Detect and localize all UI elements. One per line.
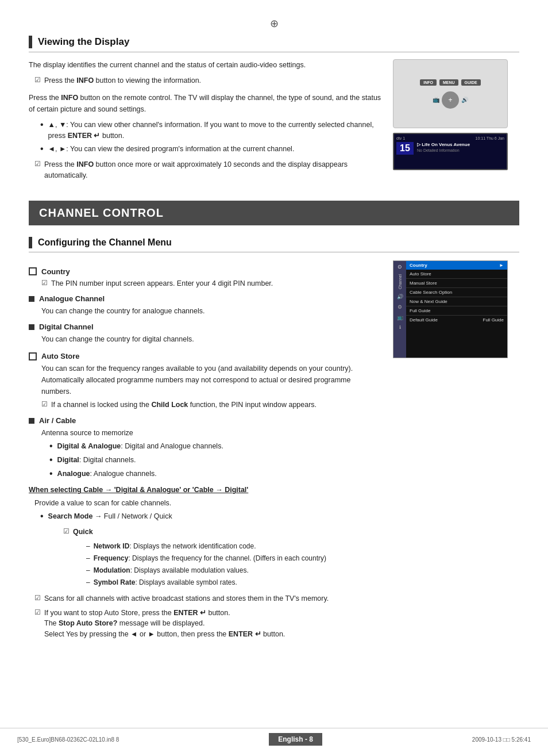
bullet-dot-1: • — [40, 120, 44, 129]
viewing-display-heading: Viewing the Display — [29, 36, 519, 52]
menu-item-country: Country ► — [406, 261, 507, 270]
default-guide-label: Default Guide — [410, 317, 438, 323]
viewing-bullet-1: • ▲, ▼: You can view other channel's inf… — [40, 120, 381, 141]
configuring-text-area: Country ☑ The PIN number input screen ap… — [29, 260, 393, 643]
menu-item-auto-store: Auto Store — [406, 270, 507, 279]
scans-notes: ☑ Scans for all channels with active bro… — [29, 593, 381, 640]
viewing-para2: Press the INFO button on the remote cont… — [29, 92, 381, 115]
scans-note-1-text: Scans for all channels with active broad… — [44, 593, 329, 604]
sidebar-icon-3: ⚙ — [398, 304, 402, 310]
sub-section-bar — [29, 237, 32, 248]
viewing-note2: ☑ Press the INFO button once more or wai… — [34, 159, 381, 181]
search-mode-bullet: • Search Mode → Full / Network / Quick — [40, 511, 381, 522]
menu-sidebar: ⊙ Channel 🔊 ⚙ 📺 ℹ — [393, 261, 406, 358]
tv-top-right: 10:11 Thu 6 Jan — [476, 136, 504, 140]
heading-bar — [29, 36, 32, 48]
bullet-dot-5: • — [49, 469, 53, 478]
viewing-note1: ☑ Press the INFO button to viewing the i… — [34, 75, 381, 86]
program-title: ▷ Life On Venus Avenue — [417, 142, 504, 147]
dash-1: – — [86, 541, 90, 551]
scans-note-1: ☑ Scans for all channels with active bro… — [34, 593, 381, 604]
channel-number: 15 — [396, 142, 414, 155]
quick-note: ☑ Quick — [57, 527, 381, 538]
analogue-heading-text: Analogue Channel — [39, 294, 105, 303]
square-icon-digital — [29, 324, 34, 330]
checkbox-icon-country — [29, 267, 37, 275]
menu-list: Country ► Auto Store Manual Store Cable … — [406, 261, 507, 358]
menu-item-manual-store: Manual Store — [406, 279, 507, 288]
menu-country-arrow: ► — [499, 263, 504, 268]
configuring-title: Configuring the Channel Menu — [38, 237, 172, 248]
air-cable-bullet-1-text: Digital & Analogue: Digital and Analogue… — [57, 441, 223, 452]
page-number-badge: English - 8 — [269, 733, 322, 746]
auto-store-heading-row: Auto Store — [29, 352, 381, 360]
configuring-section: Configuring the Channel Menu Country ☑ T… — [29, 237, 519, 643]
dash-4: – — [86, 577, 90, 588]
air-cable-heading-row: Air / Cable — [29, 416, 381, 425]
viewing-image-area: INFO MENU GUIDE 📺 + 🔊 dtv — [393, 59, 519, 185]
crosshair-icon: ⊕ — [270, 17, 279, 30]
country-heading-text: Country — [41, 267, 70, 276]
bullet-dot-2: • — [40, 144, 44, 153]
sidebar-icon-1: ⊙ — [398, 264, 402, 270]
air-cable-bullet-2-text: Digital: Digital channels. — [57, 455, 136, 466]
sidebar-label: Channel — [398, 274, 402, 289]
cable-para: Provide a value to scan for cable channe… — [34, 497, 381, 509]
quick-nested-list: – Network ID: Displays the network ident… — [69, 541, 381, 588]
air-cable-bullet-list: • Digital & Analogue: Digital and Analog… — [49, 441, 381, 479]
symbol-rate-text: Symbol Rate: Displays available symbol r… — [94, 577, 237, 588]
page-wrapper: ⊕ Viewing the Display The display identi… — [0, 0, 548, 756]
viewing-para1: The display identifies the current chann… — [29, 59, 381, 71]
viewing-bullet-list: • ▲, ▼: You can view other channel's inf… — [40, 120, 381, 155]
air-cable-bullet-3-text: Analogue: Analogue channels. — [57, 469, 157, 479]
network-id-text: Network ID: Displays the network identif… — [94, 541, 256, 551]
menu-item-cable-search: Cable Search Option — [406, 288, 507, 297]
viewing-bullet-2-text: ◄, ►: You can view the desired program's… — [48, 144, 295, 155]
menu-item-now-next: Now & Next Guide — [406, 297, 507, 306]
air-cable-bullet-3: • Analogue: Analogue channels. — [49, 469, 381, 479]
air-cable-bullet-2: • Digital: Digital channels. — [49, 455, 381, 466]
note-icon-2: ☑ — [34, 160, 41, 168]
guide-button: GUIDE — [461, 79, 481, 86]
configuring-content-block: Country ☑ The PIN number input screen ap… — [29, 260, 519, 643]
note-icon-1: ☑ — [34, 76, 41, 84]
symbol-rate-item: – Symbol Rate: Displays available symbol… — [86, 577, 381, 588]
auto-store-note: ☑ If a channel is locked using the Child… — [41, 400, 381, 410]
country-note: ☑ The PIN number input screen appears. E… — [41, 278, 381, 289]
sidebar-icon-4: 📺 — [397, 314, 403, 320]
country-note-text: The PIN number input screen appears. Ent… — [51, 278, 273, 289]
program-info: No Detailed Information — [417, 148, 504, 152]
auto-store-para: You can scan for the frequency ranges av… — [41, 363, 381, 397]
auto-store-heading-text: Auto Store — [41, 352, 79, 360]
channel-control-banner: CHANNEL CONTROL — [29, 201, 519, 225]
page-footer: [530_E.Euro]BN68-02362C-02L10.in8 8 Engl… — [0, 728, 548, 746]
search-mode-list: • Search Mode → Full / Network / Quick — [40, 511, 381, 522]
viewing-bullet-1-text: ▲, ▼: You can view other channel's infor… — [48, 120, 381, 141]
stop-note-text: If you want to stop Auto Store, press th… — [44, 608, 285, 640]
digital-heading-row: Digital Channel — [29, 323, 381, 331]
network-id-item: – Network ID: Displays the network ident… — [86, 541, 381, 551]
header-decoration: ⊕ — [29, 17, 519, 30]
square-icon-air-cable — [29, 418, 34, 424]
country-heading-row: Country — [29, 267, 381, 276]
dash-2: – — [86, 553, 90, 563]
default-guide-value: Full Guide — [483, 317, 504, 323]
checkbox-icon-auto-store — [29, 352, 37, 360]
configuring-heading: Configuring the Channel Menu — [29, 237, 519, 252]
note-icon-auto-store: ☑ — [41, 400, 48, 408]
viewing-note1-text: Press the INFO button to viewing the inf… — [44, 75, 201, 86]
bullet-dot-3: • — [49, 442, 53, 451]
viewing-note2-text: Press the INFO button once more or wait … — [44, 159, 381, 181]
menu-item-full-guide: Full Guide — [406, 306, 507, 316]
menu-item-default-guide: Default Guide Full Guide — [406, 316, 507, 324]
sidebar-icon-5: ℹ — [399, 325, 401, 330]
right-icon: 🔊 — [461, 97, 468, 103]
note-icon-scans: ☑ — [34, 594, 41, 602]
analogue-body: You can change the country for analogue … — [41, 305, 381, 317]
dash-3: – — [86, 565, 90, 575]
modulation-item: – Modulation: Displays available modulat… — [86, 565, 381, 575]
digital-heading-text: Digital Channel — [39, 323, 94, 331]
channel-menu-image-area: ⊙ Channel 🔊 ⚙ 📺 ℹ Country ► Auto Store — [393, 260, 519, 643]
frequency-item: – Frequency: Displays the frequency for … — [86, 553, 381, 563]
sidebar-icon-2: 🔊 — [397, 294, 403, 300]
